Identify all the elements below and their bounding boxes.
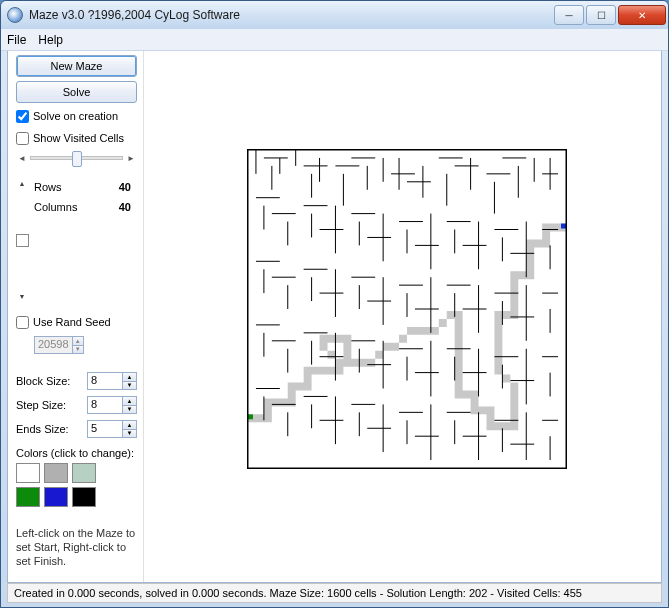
- ends-size-value: 5: [88, 421, 122, 437]
- seed-spinner-row: 20598 ▲▼: [16, 335, 137, 355]
- chevron-up-icon[interactable]: ▲: [122, 421, 136, 430]
- color-start-swatch[interactable]: [16, 487, 40, 507]
- status-text: Created in 0.000 seconds, solved in 0.00…: [14, 587, 582, 599]
- use-rand-seed-checkbox[interactable]: [16, 316, 29, 329]
- app-icon: [7, 7, 23, 23]
- chevron-down-icon[interactable]: ▼: [72, 346, 83, 354]
- rows-label: Rows: [28, 181, 119, 193]
- solve-on-creation-label: Solve on creation: [33, 110, 118, 122]
- menu-file[interactable]: File: [7, 33, 26, 47]
- columns-value: 40: [119, 201, 137, 213]
- show-visited-cells-row: Show Visited Cells: [16, 129, 137, 147]
- seed-spinner[interactable]: 20598 ▲▼: [34, 336, 84, 354]
- slider-left-icon[interactable]: ◄: [16, 151, 28, 165]
- rows-nudger[interactable]: ▲: [16, 180, 28, 194]
- lock-row: [16, 231, 137, 249]
- nudge-down-row: ▼: [16, 285, 137, 301]
- slider-track[interactable]: [30, 156, 123, 160]
- size-slider[interactable]: ◄ ►: [16, 151, 137, 165]
- maze-svg: [248, 150, 566, 468]
- client-area: New Maze Solve Solve on creation Show Vi…: [7, 51, 662, 583]
- finish-marker: [561, 224, 566, 229]
- swatch-row-2: [16, 487, 137, 507]
- hint-text: Left-click on the Maze to set Start, Rig…: [16, 527, 137, 568]
- close-button[interactable]: ✕: [618, 5, 666, 25]
- status-bar: Created in 0.000 seconds, solved in 0.00…: [7, 583, 662, 603]
- swatch-row-1: [16, 463, 137, 483]
- seed-value: 20598: [35, 337, 72, 353]
- step-size-value: 8: [88, 397, 122, 413]
- cols-nudger[interactable]: [16, 200, 28, 214]
- start-marker: [248, 414, 253, 419]
- app-window: Maze v3.0 ?1996,2004 CyLog Software ─ ☐ …: [0, 0, 669, 608]
- maximize-button[interactable]: ☐: [586, 5, 616, 25]
- lock-aspect-checkbox[interactable]: [16, 234, 29, 247]
- solve-button[interactable]: Solve: [16, 81, 137, 103]
- slider-thumb[interactable]: [72, 151, 82, 167]
- ends-size-spinner[interactable]: 5 ▲▼: [87, 420, 137, 438]
- color-finish-swatch[interactable]: [44, 487, 68, 507]
- rows-row: ▲ Rows 40: [16, 179, 137, 195]
- new-maze-button[interactable]: New Maze: [16, 55, 137, 77]
- chevron-down-icon[interactable]: ▼: [122, 406, 136, 414]
- step-size-label: Step Size:: [16, 399, 83, 411]
- menubar: File Help: [1, 29, 668, 51]
- titlebar[interactable]: Maze v3.0 ?1996,2004 CyLog Software ─ ☐ …: [1, 1, 668, 29]
- color-wall-swatch[interactable]: [44, 463, 68, 483]
- step-size-row: Step Size: 8 ▲▼: [16, 395, 137, 415]
- menu-help[interactable]: Help: [38, 33, 63, 47]
- block-size-value: 8: [88, 373, 122, 389]
- use-rand-seed-label: Use Rand Seed: [33, 316, 111, 328]
- maze-display[interactable]: [247, 149, 567, 469]
- color-path-swatch[interactable]: [72, 487, 96, 507]
- chevron-up-icon[interactable]: ▲: [72, 337, 83, 346]
- chevron-up-icon[interactable]: ▲: [122, 373, 136, 382]
- ends-size-label: Ends Size:: [16, 423, 83, 435]
- chevron-down-icon[interactable]: ▼: [122, 430, 136, 438]
- columns-row: Columns 40: [16, 199, 137, 215]
- ends-size-row: Ends Size: 5 ▲▼: [16, 419, 137, 439]
- chevron-up-icon[interactable]: ▲: [122, 397, 136, 406]
- block-size-label: Block Size:: [16, 375, 83, 387]
- maze-canvas-area[interactable]: [144, 51, 661, 582]
- solve-on-creation-row: Solve on creation: [16, 107, 137, 125]
- slider-right-icon[interactable]: ►: [125, 151, 137, 165]
- use-rand-seed-row: Use Rand Seed: [16, 313, 137, 331]
- window-title: Maze v3.0 ?1996,2004 CyLog Software: [29, 8, 552, 22]
- sidebar: New Maze Solve Solve on creation Show Vi…: [8, 51, 144, 582]
- window-controls: ─ ☐ ✕: [552, 5, 666, 25]
- block-size-spinner[interactable]: 8 ▲▼: [87, 372, 137, 390]
- block-size-row: Block Size: 8 ▲▼: [16, 371, 137, 391]
- minimize-button[interactable]: ─: [554, 5, 584, 25]
- columns-label: Columns: [28, 201, 119, 213]
- chevron-down-icon[interactable]: ▼: [122, 382, 136, 390]
- solution-path: [248, 224, 566, 431]
- solve-on-creation-checkbox[interactable]: [16, 110, 29, 123]
- color-bg-swatch[interactable]: [16, 463, 40, 483]
- show-visited-cells-label: Show Visited Cells: [33, 132, 124, 144]
- rows-value: 40: [119, 181, 137, 193]
- nudge-down[interactable]: ▼: [16, 286, 28, 300]
- step-size-spinner[interactable]: 8 ▲▼: [87, 396, 137, 414]
- show-visited-cells-checkbox[interactable]: [16, 132, 29, 145]
- colors-label: Colors (click to change):: [16, 447, 137, 459]
- color-visited-swatch[interactable]: [72, 463, 96, 483]
